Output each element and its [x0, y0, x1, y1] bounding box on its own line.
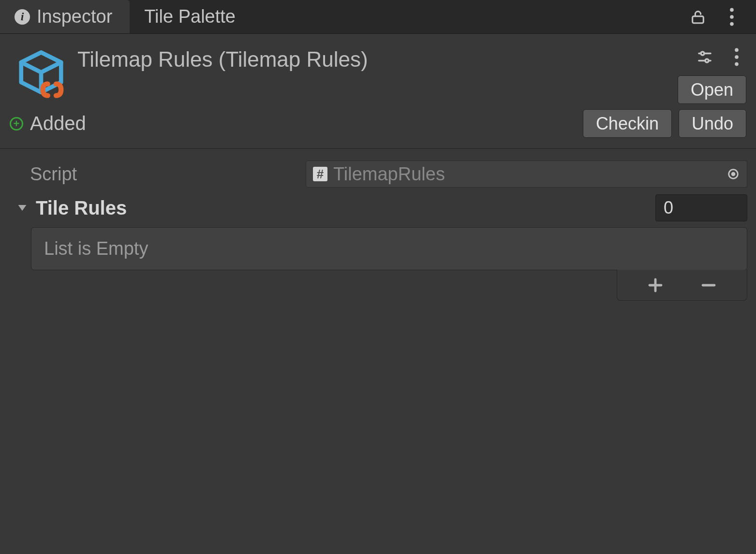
asset-type-icon [10, 43, 73, 105]
object-picker-icon[interactable] [724, 164, 743, 184]
list-empty-text: List is Empty [44, 238, 148, 259]
svg-point-2 [730, 15, 734, 19]
tile-rules-label: Tile Rules [36, 197, 127, 219]
tile-rules-header: Tile Rules [9, 192, 747, 223]
lock-icon[interactable] [688, 7, 708, 27]
svg-marker-4 [21, 52, 61, 72]
svg-point-12 [735, 62, 739, 66]
svg-rect-0 [693, 16, 704, 23]
asset-title: Tilemap Rules (Tilemap Rules) [77, 43, 678, 72]
foldout-arrow-icon[interactable] [13, 198, 32, 218]
svg-point-11 [735, 55, 739, 59]
tab-tile-palette-label: Tile Palette [144, 6, 236, 27]
tile-rules-count-field[interactable] [655, 194, 747, 221]
script-row: Script # TilemapRules [9, 159, 747, 190]
context-menu-icon[interactable] [727, 47, 746, 67]
list-add-button[interactable] [641, 273, 670, 297]
checkin-button[interactable]: Checkin [583, 109, 672, 138]
script-field[interactable]: # TilemapRules [306, 160, 747, 188]
tile-rules-list: List is Empty [31, 227, 747, 270]
svg-point-14 [732, 173, 735, 175]
script-value: TilemapRules [333, 164, 718, 185]
open-button[interactable]: Open [678, 75, 746, 104]
svg-marker-15 [18, 205, 27, 211]
svg-point-3 [730, 22, 734, 26]
properties-panel: Script # TilemapRules Tile Rules List is… [0, 149, 756, 304]
tab-inspector-label: Inspector [37, 6, 112, 27]
tab-tile-palette[interactable]: Tile Palette [130, 0, 253, 33]
list-remove-button[interactable] [694, 273, 723, 297]
script-label: Script [30, 164, 301, 185]
svg-point-9 [705, 59, 709, 62]
svg-point-10 [735, 48, 739, 52]
tab-inspector[interactable]: i Inspector [0, 0, 130, 33]
preset-icon[interactable] [695, 47, 714, 67]
kebab-menu-icon[interactable] [722, 7, 741, 27]
vcs-status-label: Added [30, 113, 86, 134]
undo-button[interactable]: Undo [679, 109, 746, 138]
asset-header: Tilemap Rules (Tilemap Rules) Open + [0, 34, 756, 149]
tab-strip: i Inspector Tile Palette [0, 0, 756, 34]
svg-point-7 [701, 52, 704, 55]
svg-point-1 [730, 8, 734, 12]
vcs-added-icon: + [10, 117, 23, 131]
info-icon: i [15, 9, 30, 25]
script-file-icon: # [313, 167, 327, 181]
